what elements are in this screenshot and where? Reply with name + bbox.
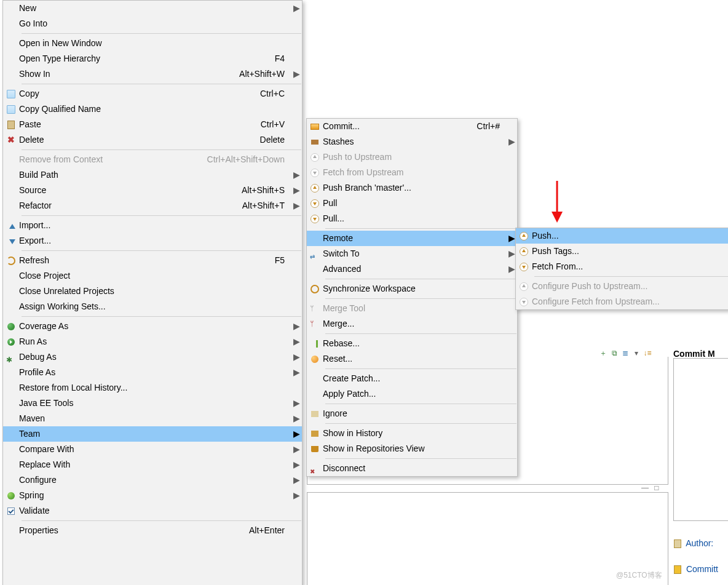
menu-item-source[interactable]: SourceAlt+Shift+S▶: [3, 183, 302, 198]
menu-item-stashes[interactable]: Stashes▶: [307, 134, 517, 149]
menu-item-new[interactable]: New▶: [3, 1, 302, 16]
menu-item-profile-as[interactable]: Profile As▶: [3, 365, 302, 380]
menu-item-open-type-hierarchy[interactable]: Open Type HierarchyF4: [3, 51, 302, 66]
menu-item-label: Close Project: [19, 268, 291, 284]
menu-item-restore-from-local-history[interactable]: Restore from Local History...: [3, 380, 302, 396]
author-link[interactable]: Author:: [674, 538, 713, 548]
menu-separator: [325, 298, 516, 299]
git-orangeball-icon: [311, 356, 318, 363]
menu-item-label: Rebase...: [323, 336, 506, 351]
menu-separator: [325, 279, 516, 279]
menu-item-push-branch-master[interactable]: Push Branch 'master'...: [307, 180, 517, 196]
menu-item-show-in[interactable]: Show InAlt+Shift+W▶: [3, 66, 302, 82]
menu-item-configure[interactable]: Configure▶: [3, 472, 302, 488]
menu-item-validate[interactable]: Validate: [3, 503, 302, 519]
menu-item-create-patch[interactable]: Create Patch...: [307, 371, 517, 386]
menu-item-spring[interactable]: Spring▶: [3, 488, 302, 503]
menu-item-properties[interactable]: PropertiesAlt+Enter: [3, 523, 302, 538]
menu-item-close-project[interactable]: Close Project: [3, 268, 302, 284]
git-repo-icon: [311, 446, 318, 452]
menu-item-push-tags[interactable]: Push Tags...: [516, 244, 728, 259]
menu-item-push[interactable]: Push...: [516, 228, 728, 244]
menu-item-advanced[interactable]: Advanced▶: [307, 261, 517, 277]
menu-separator: [325, 333, 516, 334]
menu-item-replace-with[interactable]: Replace With▶: [3, 457, 302, 472]
menu-item-ignore[interactable]: Ignore: [307, 406, 517, 421]
git-stash-icon: [311, 140, 318, 145]
menu-item-pull[interactable]: Pull: [307, 196, 517, 211]
menu-item-remote[interactable]: Remote▶: [307, 231, 517, 246]
svg-marker-1: [552, 212, 563, 223]
menu-item-copy[interactable]: CopyCtrl+C: [3, 86, 302, 101]
sort-icon[interactable]: ↓≡: [643, 349, 652, 357]
menu-item-go-into[interactable]: Go Into: [3, 16, 302, 31]
menu-item-java-ee-tools[interactable]: Java EE Tools▶: [3, 396, 302, 411]
menu-item-label: Run As: [19, 334, 291, 349]
menu-item-assign-working-sets[interactable]: Assign Working Sets...: [3, 299, 302, 314]
menu-item-build-path[interactable]: Build Path▶: [3, 167, 302, 183]
menu-item-export[interactable]: Export...: [3, 233, 302, 249]
menu-item-disconnect[interactable]: ✖Disconnect: [307, 461, 517, 476]
menu-item-show-in-history[interactable]: Show in History: [307, 426, 517, 441]
menu-item-paste[interactable]: PasteCtrl+V: [3, 117, 302, 132]
menu-item-label: Advanced: [323, 261, 506, 277]
menu-item-coverage-as[interactable]: Coverage As▶: [3, 319, 302, 334]
menu-item-configure-push-to-upstream: Configure Push to Upstream...: [516, 279, 728, 294]
team-submenu: Commit...Ctrl+#Stashes▶Push to UpstreamF…: [306, 118, 518, 477]
menu-item-close-unrelated-projects[interactable]: Close Unrelated Projects: [3, 284, 302, 299]
menu-item-import[interactable]: Import...: [3, 218, 302, 233]
menu-item-label: Push...: [532, 228, 718, 244]
menu-item-rebase[interactable]: Rebase...: [307, 336, 517, 351]
list-icon[interactable]: ≣: [621, 349, 630, 357]
menu-item-switch-to[interactable]: ⇄Switch To▶: [307, 246, 517, 261]
menu-item-apply-patch[interactable]: Apply Patch...: [307, 386, 517, 402]
menu-item-pull[interactable]: Pull...: [307, 211, 517, 226]
watermark: @51CTO博客: [616, 570, 662, 581]
menu-item-compare-with[interactable]: Compare With▶: [3, 442, 302, 457]
view-min-controls[interactable]: — □: [641, 484, 661, 492]
menu-item-label: Compare With: [19, 442, 291, 457]
plus-all-icon[interactable]: ⧉: [610, 349, 619, 357]
git-orange-icon: [311, 124, 319, 130]
menu-item-label: Source: [19, 183, 242, 198]
menu-item-label: Spring: [19, 488, 291, 503]
menu-item-team[interactable]: Team▶: [3, 426, 302, 442]
copy-icon: [7, 90, 15, 98]
menu-item-refactor[interactable]: RefactorAlt+Shift+T▶: [3, 198, 302, 213]
plus-icon[interactable]: ＋: [599, 349, 607, 357]
menu-item-push-to-upstream: Push to Upstream: [307, 149, 517, 165]
menu-item-fetch-from[interactable]: Fetch From...: [516, 259, 728, 274]
menu-item-synchronize-workspace[interactable]: Synchronize Workspace: [307, 281, 517, 296]
menu-item-shortcut: Alt+Shift+W: [239, 66, 291, 82]
committer-link[interactable]: Committ: [674, 564, 718, 574]
menu-item-reset[interactable]: Reset...: [307, 351, 517, 367]
menu-item-debug-as[interactable]: ✱Debug As▶: [3, 349, 302, 365]
annotation-arrow-icon: [548, 178, 566, 226]
menu-item-label: Replace With: [19, 457, 291, 472]
menu-item-label: Show in History: [323, 426, 506, 441]
committer-icon: [674, 565, 681, 574]
menu-item-commit[interactable]: Commit...Ctrl+#: [307, 119, 517, 134]
git-dn-icon: [520, 263, 528, 271]
submenu-arrow-icon: ▶: [291, 1, 302, 16]
menu-item-delete[interactable]: ✖DeleteDelete: [3, 132, 302, 148]
menu-item-label: Restore from Local History...: [19, 380, 291, 396]
menu-item-open-in-new-window[interactable]: Open in New Window: [3, 36, 302, 51]
menu-item-configure-fetch-from-upstream: Configure Fetch from Upstream...: [516, 294, 728, 309]
git-disc-icon: ✖: [310, 464, 320, 474]
menu-item-label: Create Patch...: [323, 371, 506, 386]
menu-item-refresh[interactable]: RefreshF5: [3, 253, 302, 268]
menu-item-run-as[interactable]: Run As▶: [3, 334, 302, 349]
panel-fragment-3: [307, 492, 668, 585]
menu-item-copy-qualified-name[interactable]: Copy Qualified Name: [3, 101, 302, 117]
menu-item-show-in-repositories-view[interactable]: Show in Repositories View: [307, 441, 517, 456]
menu-item-shortcut: Ctrl+#: [477, 119, 506, 134]
menu-item-label: Open in New Window: [19, 36, 291, 51]
menu-item-label: Ignore: [323, 406, 506, 421]
menu-item-maven[interactable]: Maven▶: [3, 411, 302, 426]
menu-item-label: Disconnect: [323, 461, 506, 476]
menu-item-merge[interactable]: ᛘMerge...: [307, 316, 517, 332]
dropdown-icon[interactable]: ▾: [632, 349, 641, 357]
menu-item-label: Copy Qualified Name: [19, 101, 291, 117]
menu-item-label: Go Into: [19, 16, 291, 31]
